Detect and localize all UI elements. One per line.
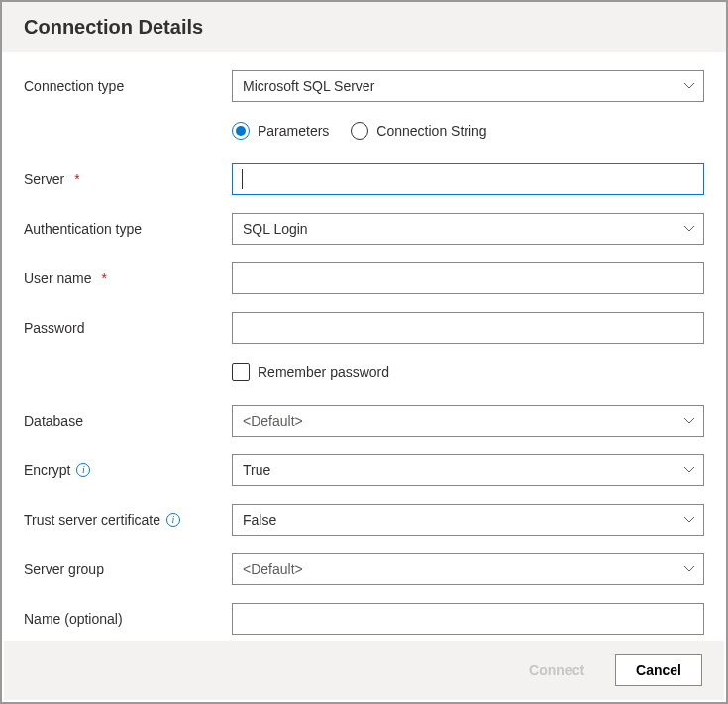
connection-type-value: Microsoft SQL Server xyxy=(243,78,374,94)
remember-password-checkbox[interactable] xyxy=(232,363,250,381)
cancel-button[interactable]: Cancel xyxy=(615,654,702,686)
text-caret xyxy=(242,169,243,189)
required-asterisk: * xyxy=(101,270,106,286)
radio-connection-string[interactable]: Connection String xyxy=(351,122,486,140)
label-encrypt: Encrypt xyxy=(24,462,70,478)
database-select[interactable]: <Default> xyxy=(232,405,704,437)
label-trust-cert: Trust server certificate xyxy=(24,512,160,528)
radio-unchecked-icon xyxy=(351,122,368,140)
server-input[interactable] xyxy=(232,163,704,195)
label-auth-type: Authentication type xyxy=(24,221,232,237)
user-name-input[interactable] xyxy=(232,262,704,294)
label-remember-password: Remember password xyxy=(258,364,389,380)
radio-parameters[interactable]: Parameters xyxy=(232,122,329,140)
dialog-header: Connection Details xyxy=(2,2,726,52)
label-user-name: User name xyxy=(24,270,91,286)
database-value: <Default> xyxy=(243,413,303,429)
auth-type-value: SQL Login xyxy=(243,221,308,237)
label-server-group: Server group xyxy=(24,561,232,577)
name-input[interactable] xyxy=(232,603,704,635)
input-mode-radio-group: Parameters Connection String xyxy=(232,120,704,146)
radio-parameters-label: Parameters xyxy=(258,123,329,139)
radio-connection-string-label: Connection String xyxy=(376,123,486,139)
connection-type-select[interactable]: Microsoft SQL Server xyxy=(232,70,704,102)
info-icon[interactable]: i xyxy=(76,463,90,477)
label-server: Server xyxy=(24,171,64,187)
label-database: Database xyxy=(24,413,232,429)
server-group-select[interactable]: <Default> xyxy=(232,553,704,585)
form-body: Connection type Microsoft SQL Server Par… xyxy=(2,52,726,635)
required-asterisk: * xyxy=(74,171,79,187)
auth-type-select[interactable]: SQL Login xyxy=(232,213,704,245)
trust-cert-value: False xyxy=(243,512,276,528)
dialog-title: Connection Details xyxy=(24,16,203,38)
info-icon[interactable]: i xyxy=(166,513,180,527)
dialog-footer: Connect Cancel xyxy=(4,641,724,700)
label-connection-type: Connection type xyxy=(24,78,232,94)
password-input[interactable] xyxy=(232,312,704,344)
trust-cert-select[interactable]: False xyxy=(232,504,704,536)
radio-checked-icon xyxy=(232,122,250,140)
label-name-optional: Name (optional) xyxy=(24,611,232,627)
server-group-value: <Default> xyxy=(243,561,303,577)
connect-button[interactable]: Connect xyxy=(508,654,605,686)
encrypt-select[interactable]: True xyxy=(232,454,704,486)
label-password: Password xyxy=(24,320,232,336)
encrypt-value: True xyxy=(243,462,270,478)
